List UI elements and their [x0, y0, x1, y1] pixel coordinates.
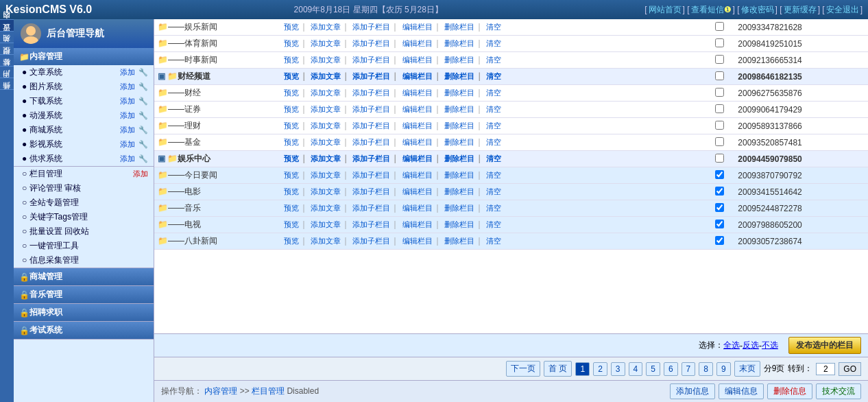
sidebar-item-onekey[interactable]: ○ 一键管理工具	[14, 239, 154, 253]
edit-column-link[interactable]: 编辑栏目	[402, 56, 433, 64]
preview-link[interactable]: 预览	[284, 105, 299, 113]
page-7-button[interactable]: 7	[682, 362, 696, 376]
delete-column-link[interactable]: 删除栏目	[444, 204, 474, 212]
row-checkbox[interactable]	[715, 55, 724, 64]
preview-link[interactable]: 预览	[284, 204, 299, 212]
preview-link[interactable]: 预览	[284, 187, 299, 196]
breadcrumb-column-mgmt[interactable]: 栏目管理	[252, 386, 285, 396]
edit-column-link[interactable]: 编辑栏目	[402, 88, 433, 97]
column-add-link[interactable]: 添加	[133, 169, 148, 178]
sidebar-item-supply[interactable]: ● 供求系统 添加 🔧	[14, 152, 154, 166]
sidebar-section-header-music[interactable]: 🔒 音乐管理	[14, 286, 154, 303]
video-add[interactable]: 添加	[120, 140, 135, 148]
article-config[interactable]: 🔧	[138, 68, 148, 76]
nav-home-link[interactable]: 网站首页	[649, 5, 682, 14]
download-add[interactable]: 添加	[120, 97, 135, 105]
toggle-icon[interactable]: ▣	[158, 71, 165, 81]
add-child-link[interactable]: 添加子栏目	[352, 23, 390, 31]
clear-link[interactable]: 清空	[486, 138, 501, 146]
row-checkbox[interactable]	[715, 71, 724, 80]
row-checkbox[interactable]	[715, 121, 724, 130]
preview-link[interactable]: 预览	[284, 72, 299, 80]
edit-column-link[interactable]: 编辑栏目	[402, 72, 433, 80]
add-child-link[interactable]: 添加子栏目	[352, 105, 390, 113]
image-add[interactable]: 添加	[120, 82, 135, 91]
row-checkbox[interactable]	[715, 220, 724, 228]
supply-add[interactable]: 添加	[120, 154, 135, 163]
nav-logout-link[interactable]: 安全退出	[826, 5, 859, 14]
tab-model[interactable]: 模型	[0, 54, 14, 66]
clear-link[interactable]: 清空	[486, 23, 501, 31]
clear-link[interactable]: 清空	[486, 72, 501, 80]
preview-link[interactable]: 预览	[284, 138, 299, 146]
sidebar-item-comments[interactable]: ○ 评论管理 审核	[14, 181, 154, 196]
edit-column-link[interactable]: 编辑栏目	[402, 39, 433, 47]
row-checkbox[interactable]	[715, 38, 724, 47]
edit-column-link[interactable]: 编辑栏目	[402, 204, 433, 212]
add-article-link[interactable]: 添加文章	[311, 39, 341, 47]
add-child-link[interactable]: 添加子栏目	[352, 56, 390, 64]
preview-link[interactable]: 预览	[284, 154, 299, 163]
preview-link[interactable]: 预览	[284, 39, 299, 47]
row-checkbox[interactable]	[715, 203, 724, 212]
clear-link[interactable]: 清空	[486, 105, 501, 113]
clear-link[interactable]: 清空	[486, 204, 501, 212]
add-child-link[interactable]: 添加子栏目	[352, 39, 390, 47]
edit-column-link[interactable]: 编辑栏目	[402, 154, 433, 163]
sidebar-item-anime[interactable]: ● 动漫系统 添加 🔧	[14, 108, 154, 123]
toggle-icon[interactable]: ▣	[158, 154, 165, 163]
delete-column-link[interactable]: 删除栏目	[444, 220, 474, 228]
anime-config[interactable]: 🔧	[138, 111, 148, 119]
delete-column-link[interactable]: 删除栏目	[444, 56, 474, 64]
edit-column-link[interactable]: 编辑栏目	[402, 121, 433, 130]
sidebar-item-batch[interactable]: ○ 批量设置 回收站	[14, 224, 154, 239]
sidebar-item-keywords[interactable]: ○ 关键字Tags管理	[14, 210, 154, 224]
sidebar-section-header-content[interactable]: 📁 内容管理	[14, 48, 154, 65]
next-page-button[interactable]: 下一页	[506, 361, 540, 377]
add-article-link[interactable]: 添加文章	[311, 154, 341, 163]
add-article-link[interactable]: 添加文章	[311, 72, 341, 80]
add-article-link[interactable]: 添加文章	[311, 88, 341, 97]
delete-column-link[interactable]: 删除栏目	[444, 88, 474, 97]
supply-config[interactable]: 🔧	[138, 154, 148, 163]
first-page-button[interactable]: 首 页	[544, 361, 572, 377]
row-checkbox[interactable]	[715, 187, 724, 196]
edit-column-link[interactable]: 编辑栏目	[402, 171, 433, 179]
page-3-button[interactable]: 3	[611, 362, 625, 376]
sidebar-item-shop[interactable]: ● 商城系统 添加 🔧	[14, 123, 154, 137]
delete-column-link[interactable]: 删除栏目	[444, 171, 474, 179]
sidebar-item-download[interactable]: ● 下载系统 添加 🔧	[14, 94, 154, 108]
delete-column-link[interactable]: 删除栏目	[444, 72, 474, 80]
image-config[interactable]: 🔧	[138, 82, 148, 91]
preview-link[interactable]: 预览	[284, 220, 299, 228]
edit-column-link[interactable]: 编辑栏目	[402, 138, 433, 146]
delete-column-link[interactable]: 删除栏目	[444, 237, 474, 245]
delete-column-link[interactable]: 删除栏目	[444, 121, 474, 130]
page-6-button[interactable]: 6	[664, 362, 678, 376]
clear-link[interactable]: 清空	[486, 121, 501, 130]
page-5-button[interactable]: 5	[646, 362, 660, 376]
tab-users[interactable]: 用户	[0, 78, 14, 89]
nav-cache-link[interactable]: 更新缓存	[784, 5, 817, 14]
sidebar-section-header-exam[interactable]: 🔒 考试系统	[14, 322, 154, 339]
goto-input[interactable]	[816, 363, 835, 375]
clear-link[interactable]: 清空	[486, 56, 501, 64]
clear-link[interactable]: 清空	[486, 220, 501, 228]
add-child-link[interactable]: 添加子栏目	[352, 187, 390, 196]
tab-plugins[interactable]: 插件	[0, 89, 14, 101]
add-child-link[interactable]: 添加子栏目	[352, 121, 390, 130]
tab-settings[interactable]: 设置	[0, 31, 14, 43]
delete-column-link[interactable]: 删除栏目	[444, 138, 474, 146]
add-article-link[interactable]: 添加文章	[311, 220, 341, 228]
select-none-link[interactable]: 不选	[762, 340, 778, 351]
clear-link[interactable]: 清空	[486, 39, 501, 47]
sidebar-item-topics[interactable]: ○ 全站专题管理	[14, 196, 154, 210]
tab-related[interactable]: 相关	[0, 43, 14, 54]
row-checkbox[interactable]	[715, 170, 724, 179]
sidebar-item-video[interactable]: ● 影视系统 添加 🔧	[14, 137, 154, 152]
row-checkbox[interactable]	[715, 137, 724, 146]
delete-column-link[interactable]: 删除栏目	[444, 105, 474, 113]
add-child-link[interactable]: 添加子栏目	[352, 237, 390, 245]
add-article-link[interactable]: 添加文章	[311, 138, 341, 146]
preview-link[interactable]: 预览	[284, 237, 299, 245]
